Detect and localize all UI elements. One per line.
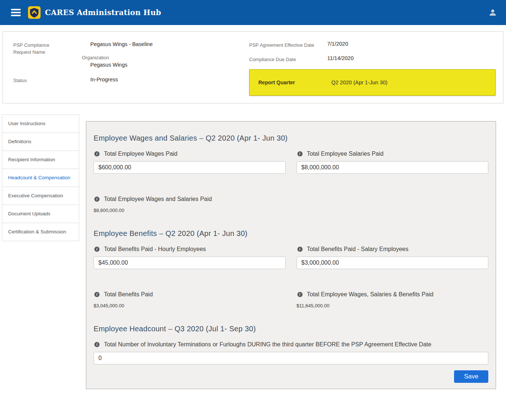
user-avatar-icon[interactable] [488,8,497,17]
organization-label: Organization [82,55,153,60]
request-name-values: Pegasus Wings - Baseline Organization Pe… [82,40,153,68]
total-wages-label-row: Total Employee Wages Paid [94,150,286,158]
wages-total-row: Total Employee Wages and Salaries Paid $… [94,195,488,213]
effective-date-value: 7/1/2020 [327,40,348,49]
total-salaries-field: Total Employee Salaries Paid [297,150,489,174]
salary-benefits-input[interactable] [297,257,489,269]
wages-salaries-total-label: Total Employee Wages and Salaries Paid [104,195,212,203]
total-wages-input[interactable] [94,161,286,174]
info-icon[interactable] [94,197,100,202]
wages-section-heading: Employee Wages and Salaries – Q2 2020 (A… [94,134,488,142]
sidebar-item-user-instructions[interactable]: User Instructions [2,114,79,133]
report-quarter-highlight: Report Quarter Q2 2020 (Apr 1-Jun 30) [249,69,496,96]
content-area: User Instructions Definitions Recipient … [0,103,506,406]
total-benefits-label-row: Total Benefits Paid [94,290,286,299]
info-icon[interactable] [94,292,100,297]
summary-right-column: PSP Agreement Effective Date 7/1/2020 Co… [249,40,496,96]
effective-date-row: PSP Agreement Effective Date 7/1/2020 [249,40,496,49]
benefits-field-grid: Total Benefits Paid - Hourly Employees T… [94,245,488,269]
total-benefits-field: Total Benefits Paid $3,045,000.00 [94,290,286,308]
compliance-summary-card: PSP Compliance Request Name Pegasus Wing… [3,31,503,103]
benefits-section-heading: Employee Benefits – Q2 2020 (Apr 1- Jun … [94,229,488,238]
hourly-benefits-label: Total Benefits Paid - Hourly Employees [104,245,206,253]
report-quarter-label: Report Quarter [258,80,331,85]
summary-left-column: PSP Compliance Request Name Pegasus Wing… [13,40,249,96]
grand-total-field: Total Employee Wages, Salaries & Benefit… [297,290,489,308]
info-icon[interactable] [297,151,303,156]
due-date-value: 11/14/2020 [327,55,354,63]
status-badge: In-Progress [90,76,118,83]
sidebar-item-headcount-compensation[interactable]: Headcount & Compensation [2,169,79,187]
info-icon[interactable] [94,342,100,347]
hourly-benefits-field: Total Benefits Paid - Hourly Employees [94,245,286,269]
info-icon[interactable] [94,247,100,252]
hourly-benefits-label-row: Total Benefits Paid - Hourly Employees [94,245,286,253]
request-name-row: PSP Compliance Request Name Pegasus Wing… [13,40,249,68]
save-button[interactable]: Save [454,370,488,383]
status-row: Status In-Progress [13,76,249,84]
sidebar-item-executive-compensation[interactable]: Executive Compensation [2,187,79,205]
terminations-field: Total Number of Involuntary Terminations… [94,340,488,364]
sidebar-item-certification-submission[interactable]: Certification & Submission [2,223,79,241]
total-wages-label: Total Employee Wages Paid [104,150,178,158]
headcount-section-heading: Employee Headcount – Q3 2020 (Jul 1- Sep… [94,325,488,333]
report-quarter-value: Q2 2020 (Apr 1-Jun 30) [331,80,387,85]
status-label: Status [13,76,82,84]
app-title: CARES Administration Hub [45,8,161,17]
salary-benefits-label: Total Benefits Paid - Salary Employees [307,245,409,253]
shield-logo-icon [28,6,41,19]
due-date-label: Compliance Due Date [249,55,327,63]
grand-total-value: $11,645,000.00 [297,303,489,308]
top-navbar: CARES Administration Hub [0,0,506,25]
wages-salaries-total-label-row: Total Employee Wages and Salaries Paid [94,195,286,203]
wages-salaries-total-field: Total Employee Wages and Salaries Paid $… [94,195,286,213]
info-icon[interactable] [94,151,100,156]
headcount-compensation-form-panel: Employee Wages and Salaries – Q2 2020 (A… [86,121,496,389]
total-salaries-input[interactable] [297,161,489,174]
info-icon[interactable] [297,247,303,252]
hamburger-menu-icon[interactable] [11,9,21,16]
total-salaries-label-row: Total Employee Salaries Paid [297,150,489,158]
request-name-label: PSP Compliance Request Name [13,40,69,68]
total-benefits-label: Total Benefits Paid [104,290,153,299]
grand-total-label-row: Total Employee Wages, Salaries & Benefit… [297,290,489,299]
total-benefits-value: $3,045,000.00 [94,303,286,308]
wages-salaries-total-value: $8,600,000.00 [94,208,286,213]
terminations-label-row: Total Number of Involuntary Terminations… [94,340,488,349]
benefits-totals-row: Total Benefits Paid $3,045,000.00 Total … [94,290,488,308]
save-row: Save [94,370,488,383]
sidebar-item-document-uploads[interactable]: Document Uploads [2,205,79,223]
due-date-row: Compliance Due Date 11/14/2020 [249,55,496,63]
salary-benefits-label-row: Total Benefits Paid - Salary Employees [297,245,489,253]
sidebar-item-recipient-information[interactable]: Recipient Information [2,151,79,169]
info-icon[interactable] [297,292,303,297]
section-nav-sidebar: User Instructions Definitions Recipient … [2,114,79,241]
total-salaries-label: Total Employee Salaries Paid [307,150,384,158]
hourly-benefits-input[interactable] [94,257,286,269]
sidebar-item-definitions[interactable]: Definitions [2,133,79,151]
terminations-input[interactable] [94,352,488,364]
salary-benefits-field: Total Benefits Paid - Salary Employees [297,245,489,269]
organization-value: Pegasus Wings [90,62,153,68]
terminations-label: Total Number of Involuntary Terminations… [104,340,431,349]
grand-total-label: Total Employee Wages, Salaries & Benefit… [307,290,434,299]
request-name-value: Pegasus Wings - Baseline [90,40,153,48]
effective-date-label: PSP Agreement Effective Date [249,40,327,49]
total-wages-field: Total Employee Wages Paid [94,150,286,174]
wages-field-grid: Total Employee Wages Paid Total Employee… [94,150,488,174]
